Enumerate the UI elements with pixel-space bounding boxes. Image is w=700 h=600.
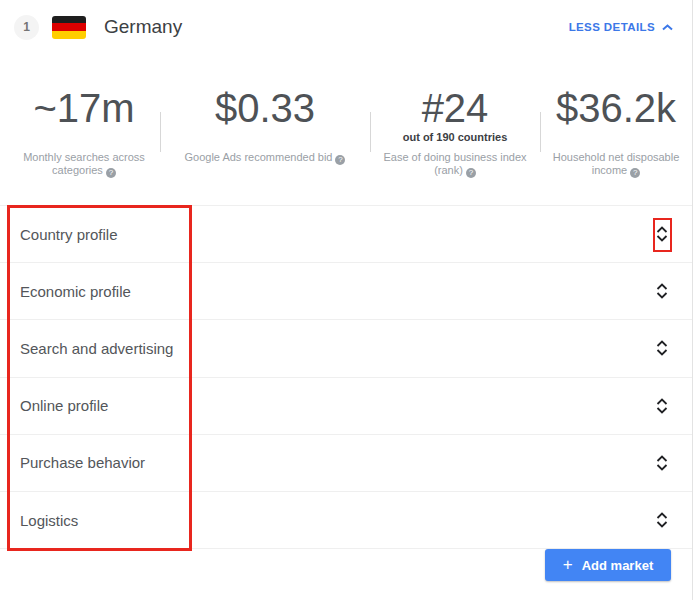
stat-disposable-income: $36.2k Household net disposable income? bbox=[540, 86, 692, 178]
stat-value: $36.2k bbox=[556, 86, 676, 130]
stat-value: ~17m bbox=[33, 86, 134, 130]
section-label: Search and advertising bbox=[20, 340, 656, 357]
chevron-up-icon bbox=[662, 24, 673, 31]
section-label: Logistics bbox=[20, 512, 656, 529]
stat-value: #24 bbox=[422, 86, 489, 130]
unfold-icon bbox=[656, 455, 668, 471]
stat-label-text: Ease of doing business index (rank) bbox=[383, 151, 526, 176]
market-header: 1 Germany LESS DETAILS bbox=[0, 12, 692, 42]
section-row-logistics[interactable]: Logistics bbox=[0, 491, 692, 548]
unfold-icon bbox=[656, 512, 668, 528]
less-details-button[interactable]: LESS DETAILS bbox=[569, 21, 673, 33]
section-row-online-profile[interactable]: Online profile bbox=[0, 377, 692, 434]
add-market-button[interactable]: + Add market bbox=[545, 549, 671, 581]
stat-label: Google Ads recommended bid? bbox=[160, 151, 370, 165]
section-row-search-and-advertising[interactable]: Search and advertising bbox=[0, 319, 692, 376]
help-icon[interactable]: ? bbox=[466, 168, 476, 178]
card-right-border bbox=[692, 0, 693, 600]
stat-label: Monthly searches across categories? bbox=[9, 151, 159, 178]
plus-icon: + bbox=[563, 556, 573, 573]
stat-label-text: Household net disposable income bbox=[553, 151, 680, 176]
stat-label: Household net disposable income? bbox=[546, 151, 686, 178]
flag-stripe bbox=[52, 23, 86, 31]
section-label: Economic profile bbox=[20, 283, 656, 300]
germany-flag-icon bbox=[52, 16, 86, 39]
stat-subvalue: out of 190 countries bbox=[403, 130, 508, 147]
stat-label-text: Google Ads recommended bid bbox=[185, 151, 333, 163]
stat-value: $0.33 bbox=[215, 86, 315, 130]
stat-ease-of-business: #24 out of 190 countries Ease of doing b… bbox=[370, 86, 540, 178]
less-details-label: LESS DETAILS bbox=[569, 21, 655, 33]
stat-label: Ease of doing business index (rank)? bbox=[370, 151, 540, 178]
section-row-economic-profile[interactable]: Economic profile bbox=[0, 262, 692, 319]
unfold-icon bbox=[656, 398, 668, 414]
section-label: Online profile bbox=[20, 397, 656, 414]
rank-badge: 1 bbox=[14, 15, 39, 40]
market-stats-row: ~17m Monthly searches across categories?… bbox=[8, 86, 692, 178]
section-list: Country profile Economic profile Search … bbox=[0, 205, 692, 549]
unfold-icon bbox=[656, 340, 668, 356]
stat-label-text: Monthly searches across categories bbox=[23, 151, 145, 176]
section-label: Country profile bbox=[20, 226, 656, 243]
flag-stripe bbox=[52, 16, 86, 24]
section-row-purchase-behavior[interactable]: Purchase behavior bbox=[0, 434, 692, 491]
unfold-icon bbox=[656, 283, 668, 299]
country-title: Germany bbox=[104, 16, 182, 38]
stat-recommended-bid: $0.33 Google Ads recommended bid? bbox=[160, 86, 370, 178]
section-label: Purchase behavior bbox=[20, 454, 656, 471]
unfold-icon bbox=[656, 226, 668, 242]
help-icon[interactable]: ? bbox=[335, 155, 345, 165]
add-market-label: Add market bbox=[582, 558, 654, 573]
section-row-country-profile[interactable]: Country profile bbox=[0, 205, 692, 262]
flag-stripe bbox=[52, 31, 86, 39]
help-icon[interactable]: ? bbox=[106, 168, 116, 178]
help-icon[interactable]: ? bbox=[630, 168, 640, 178]
stat-monthly-searches: ~17m Monthly searches across categories? bbox=[8, 86, 160, 178]
